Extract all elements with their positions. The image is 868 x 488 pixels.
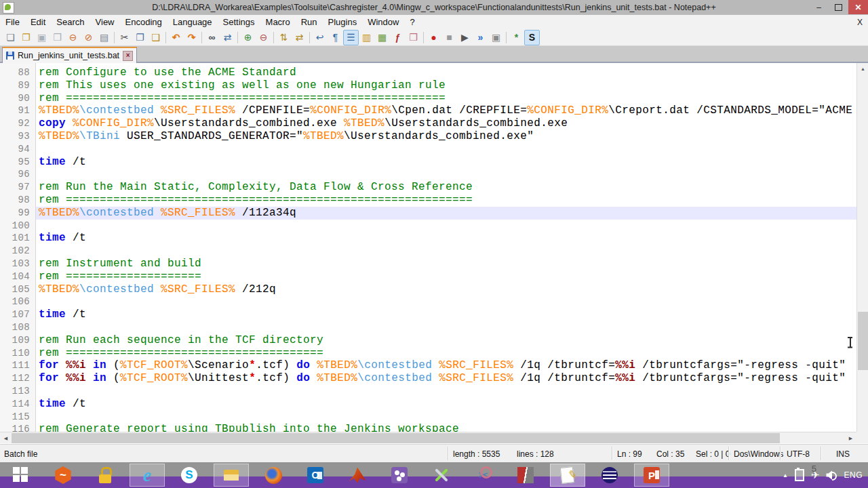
app-powerpoint[interactable]: P xyxy=(634,464,669,487)
code-line-112[interactable]: 112for %%i in (%TCF_ROOT%\Unittest*.tcf)… xyxy=(0,372,856,385)
undo-icon[interactable]: ↶ xyxy=(168,30,184,45)
status-eol[interactable]: Dos\Windows xyxy=(734,449,783,459)
open-file-icon[interactable]: ❐ xyxy=(18,30,34,45)
horizontal-scroll-thumb[interactable] xyxy=(12,433,780,443)
code-line-89[interactable]: 89rem This uses one existing as well as … xyxy=(0,79,856,92)
menu-item-edit[interactable]: Edit xyxy=(25,17,51,27)
new-file-icon[interactable]: ❏ xyxy=(3,30,18,45)
sync-vertical-scroll-icon[interactable]: ⇅ xyxy=(276,30,292,45)
save-all-icon[interactable]: ❒ xyxy=(50,30,65,45)
app-eclipse[interactable] xyxy=(592,464,627,487)
macro-save-icon[interactable]: ▣ xyxy=(488,30,504,45)
close-all-icon[interactable]: ⊘ xyxy=(81,30,96,45)
code-line-97[interactable]: 97rem Run the Main Static, Complexity, D… xyxy=(0,181,856,194)
editor[interactable]: 88rem Configure to use the ACME Standard… xyxy=(0,63,856,432)
zoom-in-icon[interactable]: ⊕ xyxy=(240,30,256,45)
app-snipping-tool[interactable]: ✂ xyxy=(466,464,501,487)
save-icon[interactable]: ▣ xyxy=(34,30,50,45)
menu-item-settings[interactable]: Settings xyxy=(218,17,260,27)
code-line-95[interactable]: 95time /t xyxy=(0,156,856,169)
code-line-110[interactable]: 110rem =================================… xyxy=(0,347,856,360)
print-icon[interactable]: ▤ xyxy=(96,30,112,45)
language-indicator[interactable]: ENG xyxy=(844,470,863,480)
macro-record-icon[interactable]: ● xyxy=(426,30,441,45)
tab-run-jenkins-unit-tests[interactable]: Run_jenkins_unit_tests.bat × xyxy=(2,47,137,64)
app-tools[interactable] xyxy=(424,464,459,487)
vertical-scroll-thumb[interactable] xyxy=(858,312,868,370)
code-line-105[interactable]: 105%TBED%\contestbed %SRC_FILES% /212q xyxy=(0,283,856,296)
show-all-characters-icon[interactable]: ¶ xyxy=(328,30,343,45)
code-line-93[interactable]: 93%TBED%\TBini USER_STANDARDS_GENERATOR=… xyxy=(0,130,856,143)
code-line-104[interactable]: 104rem ==================== xyxy=(0,270,856,283)
macro-run-multiple-icon[interactable]: » xyxy=(473,30,488,45)
status-encoding[interactable]: UTF-8 xyxy=(787,449,810,459)
app-firefox[interactable] xyxy=(256,464,291,487)
code-line-96[interactable]: 96 xyxy=(0,168,856,181)
plugin-sprout-icon[interactable]: * xyxy=(509,30,524,45)
macro-stop-icon[interactable]: ■ xyxy=(441,30,457,45)
app-purple-tile[interactable] xyxy=(382,464,417,487)
code-line-102[interactable]: 102 xyxy=(0,245,856,258)
code-line-114[interactable]: 114time /t xyxy=(0,398,856,411)
scroll-right-icon[interactable]: ▶ xyxy=(845,432,856,444)
sync-horizontal-scroll-icon[interactable]: ⇄ xyxy=(292,30,307,45)
tray-expand-icon[interactable]: ▲ xyxy=(783,472,788,479)
user-dialog-icon[interactable]: ▥ xyxy=(359,30,374,45)
s-button-icon[interactable]: S xyxy=(524,30,540,45)
code-line-101[interactable]: 101time /t xyxy=(0,232,856,245)
menu-item-file[interactable]: File xyxy=(0,17,25,27)
menu-item-macro[interactable]: Macro xyxy=(260,17,296,27)
menu-item-encoding[interactable]: Encoding xyxy=(120,17,167,27)
zoom-out-icon[interactable]: ⊖ xyxy=(256,30,271,45)
word-wrap-icon[interactable]: ↩ xyxy=(312,30,328,45)
code-line-90[interactable]: 90rem ==================================… xyxy=(0,92,856,105)
code-line-99[interactable]: 99%TBED%\contestbed %SRC_FILES% /112a34q xyxy=(0,207,856,220)
function-list-icon[interactable]: ƒ xyxy=(390,30,406,45)
app-skype[interactable]: S xyxy=(172,464,207,487)
replace-icon[interactable]: ⇄ xyxy=(220,30,235,45)
folder-workspace-icon[interactable]: ❒ xyxy=(406,30,421,45)
minimize-button[interactable]: – xyxy=(809,0,829,14)
find-icon[interactable]: ∞ xyxy=(204,30,220,45)
menu-item-plugins[interactable]: Plugins xyxy=(323,17,363,27)
volume-icon[interactable] xyxy=(826,470,837,481)
code-line-100[interactable]: 100 xyxy=(0,220,856,232)
code-line-115[interactable]: 115 xyxy=(0,411,856,424)
battery-icon[interactable] xyxy=(795,469,804,481)
code-line-108[interactable]: 108 xyxy=(0,321,856,334)
indent-guide-icon[interactable]: ☰ xyxy=(343,30,359,45)
macro-play-icon[interactable]: ▶ xyxy=(457,30,473,45)
menu-close-doc[interactable]: X xyxy=(857,18,863,27)
code-line-103[interactable]: 103rem Instrument and build xyxy=(0,258,856,270)
code-line-113[interactable]: 113 xyxy=(0,385,856,398)
code-line-91[interactable]: 91%TBED%\contestbed %SRC_FILES% /CPENFIL… xyxy=(0,104,856,117)
code-line-94[interactable]: 94 xyxy=(0,143,856,156)
code-line-88[interactable]: 88rem Configure to use the ACME Standard xyxy=(0,66,856,79)
menu-item-view[interactable]: View xyxy=(90,17,120,27)
code-line-111[interactable]: 111for %%i in (%TCF_ROOT%\Scenario*.tcf)… xyxy=(0,359,856,372)
close-button[interactable]: ✕ xyxy=(848,0,868,14)
app-internet-explorer[interactable]: e xyxy=(130,464,165,487)
menu-item-run[interactable]: Run xyxy=(296,17,323,27)
tab-close-icon[interactable]: × xyxy=(123,51,133,61)
app-outlook[interactable]: O xyxy=(298,464,333,487)
code-line-106[interactable]: 106 xyxy=(0,296,856,308)
maximize-button[interactable] xyxy=(829,0,848,14)
app-red-gray[interactable] xyxy=(508,464,543,487)
menu-item-search[interactable]: Search xyxy=(51,17,90,27)
vertical-scrollbar[interactable]: ▲ ▼ xyxy=(856,63,868,443)
status-insert-mode[interactable]: INS xyxy=(836,449,850,459)
scroll-up-icon[interactable]: ▲ xyxy=(857,63,868,75)
app-lock[interactable] xyxy=(87,464,123,487)
code-line-116[interactable]: 116rem Generate report using TBpublish i… xyxy=(0,423,856,432)
scroll-left-icon[interactable]: ◀ xyxy=(0,432,12,444)
code-line-98[interactable]: 98rem ==================================… xyxy=(0,194,856,207)
horizontal-scrollbar[interactable]: ◀ ▶ xyxy=(0,432,856,443)
menu-item-help[interactable]: ? xyxy=(404,17,420,27)
copy-icon[interactable]: ❐ xyxy=(132,30,148,45)
document-map-icon[interactable]: ▦ xyxy=(374,30,390,45)
menu-item-language[interactable]: Language xyxy=(167,17,218,27)
menu-item-window[interactable]: Window xyxy=(362,17,404,27)
cut-icon[interactable]: ✂ xyxy=(117,30,132,45)
app-notepadpp[interactable] xyxy=(550,464,585,487)
